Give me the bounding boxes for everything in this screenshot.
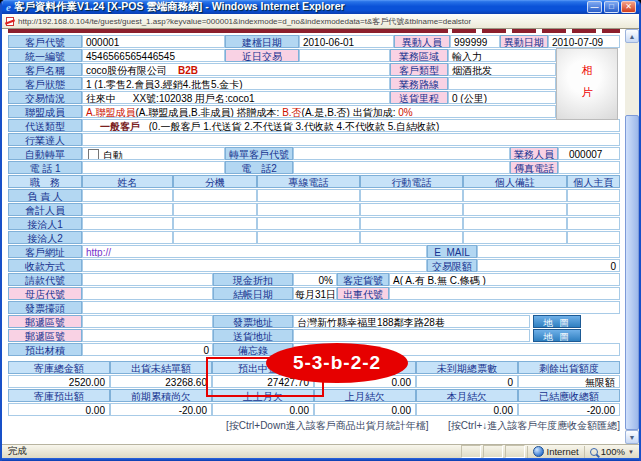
map-button-invoice[interactable]: 地 圖 xyxy=(533,315,581,328)
contact-input[interactable] xyxy=(567,189,620,202)
volume-input[interactable]: 0 xyxy=(82,343,213,356)
contact-input[interactable] xyxy=(257,231,360,244)
create-date-input[interactable]: 2010-06-01 xyxy=(299,35,394,48)
contact-input[interactable] xyxy=(463,217,567,230)
zip1-input[interactable] xyxy=(82,315,213,328)
customer-status-input[interactable]: 1 (1.零售2.會員3.經銷4.批售5.金卡) xyxy=(82,77,390,90)
alliance-input[interactable]: A.聯盟成員(A.聯盟成員,B.非成員) 搭贈成本: B.否(A.是,B.否) … xyxy=(82,105,556,118)
sales-person-label: 業務人員 xyxy=(510,147,558,160)
trade-condition-input[interactable]: 往來中 XX號:102038 用戶名:coco1 xyxy=(82,91,390,104)
b2b-badge: B2B xyxy=(178,65,198,76)
scroll-up-button[interactable]: ▲ xyxy=(625,29,639,43)
invoice-title-input[interactable] xyxy=(82,301,620,314)
contact-input[interactable] xyxy=(173,203,257,216)
contact-input[interactable] xyxy=(463,189,567,202)
trade-limit-input[interactable]: 0 xyxy=(477,259,620,272)
mileage-input[interactable]: 0 (公里) xyxy=(448,91,556,104)
closing-date-input[interactable]: 每月31日 xyxy=(293,287,337,300)
contacts-header-line: 專線電話 xyxy=(257,175,360,188)
contact-input[interactable] xyxy=(463,203,567,216)
delivery-type-input[interactable]: 一般客戶 (0.一般客戶 1.代送貨 2.不代送貨 3.代收款 4.不代收款 5… xyxy=(82,119,620,132)
minimize-button[interactable]: — xyxy=(587,1,602,13)
custom-item-no-input[interactable]: A( A.有 B.無 C.條碼 ) xyxy=(389,273,620,286)
industry-expert-input[interactable] xyxy=(82,133,620,146)
contact-input[interactable] xyxy=(567,203,620,216)
contact-input[interactable] xyxy=(257,189,360,202)
invoice-addr-input[interactable]: 台灣新竹縣幸福里188鄰李路28巷 xyxy=(293,315,530,328)
parent-store-input[interactable] xyxy=(82,287,213,300)
contact-row-owner: 負 責 人 xyxy=(8,189,620,202)
delivery-type-options: (0.一般客戶 1.代送貨 2.不代送貨 3.代收款 4.不代收款 5.自結收款… xyxy=(149,121,440,132)
map-button-shipping[interactable]: 地 圖 xyxy=(533,329,581,342)
zoom-control[interactable]: 100% ▼ xyxy=(584,446,639,458)
scroll-down-button[interactable]: ▼ xyxy=(625,430,639,444)
modify-date-input[interactable]: 2010-07-09 xyxy=(548,35,620,48)
close-button[interactable]: ✕ xyxy=(621,1,636,13)
contact-role-label: 會計人員 xyxy=(8,203,82,216)
contact-role-label: 接洽人1 xyxy=(8,217,82,230)
contact-input[interactable] xyxy=(82,203,173,216)
contact-row-liaison1: 接洽人1 xyxy=(8,217,620,230)
contact-input[interactable] xyxy=(173,217,257,230)
contact-input[interactable] xyxy=(360,189,463,202)
recent-trade-input[interactable] xyxy=(299,49,390,62)
contact-input[interactable] xyxy=(173,231,257,244)
fax-label: 傳真電話 xyxy=(510,161,558,174)
contact-input[interactable] xyxy=(82,217,173,230)
maximize-button[interactable]: □ xyxy=(604,1,619,13)
dispatch-code-label: 出車代號 xyxy=(337,287,389,300)
contact-input[interactable] xyxy=(463,231,567,244)
modifier-input[interactable]: 999999 xyxy=(450,35,500,48)
summary-header: 前期累積尚欠 xyxy=(110,389,212,402)
contact-input[interactable] xyxy=(360,203,463,216)
auto-checkbox[interactable] xyxy=(88,149,99,160)
billing-code-input[interactable] xyxy=(82,273,213,286)
annotation-label: 5-3-b-2-2 xyxy=(293,352,381,374)
zip2-input[interactable] xyxy=(82,329,213,342)
phone2-input[interactable] xyxy=(293,161,510,174)
customer-code-input[interactable]: 000001 xyxy=(82,35,225,48)
payment-input[interactable] xyxy=(82,259,427,272)
contact-input[interactable] xyxy=(360,217,463,230)
website-input[interactable]: http:// xyxy=(82,245,427,258)
dispatch-code-input[interactable] xyxy=(389,287,620,300)
email-input[interactable] xyxy=(477,245,620,258)
summary-value: 0 xyxy=(416,375,518,388)
zoom-caret-icon[interactable]: ▼ xyxy=(628,449,634,455)
row-customer-status: 客戶狀態 1 (1.零售2.會員3.經銷4.批售5.金卡) 業務路線 xyxy=(8,77,620,90)
contact-input[interactable] xyxy=(257,203,360,216)
sales-person-input[interactable]: 000007 xyxy=(558,147,620,160)
cash-discount-label: 現金折扣 xyxy=(213,273,293,286)
contact-role-label: 接洽人2 xyxy=(8,231,82,244)
security-zone: Internet xyxy=(527,446,584,458)
contact-input[interactable] xyxy=(257,217,360,230)
industry-expert-label: 行業達人 xyxy=(8,133,82,146)
customer-name-input[interactable]: coco股份有限公司 B2B xyxy=(82,63,390,76)
scrollbar-thumb[interactable] xyxy=(625,115,639,430)
contact-input[interactable] xyxy=(173,189,257,202)
transfer-code-input[interactable] xyxy=(293,147,510,160)
recent-trade-button[interactable]: 近日交易 xyxy=(225,49,299,62)
contact-input[interactable] xyxy=(567,231,620,244)
fax-input[interactable] xyxy=(558,161,620,174)
trade-condition-label: 交易情況 xyxy=(8,91,82,104)
contact-input[interactable] xyxy=(82,231,173,244)
footer-hint-1: [按Ctrl+Down進入該客戶商品出貨月統計年檔] xyxy=(226,420,429,431)
phone1-input[interactable] xyxy=(82,161,225,174)
customer-type-input[interactable]: 烟酒批发 xyxy=(448,63,556,76)
region-input[interactable]: 輸入力 xyxy=(448,49,556,62)
vertical-scrollbar[interactable]: ▲ ▼ xyxy=(625,29,639,444)
contacts-header-note: 個人備註 xyxy=(463,175,567,188)
biz-route-input[interactable] xyxy=(448,77,556,90)
url-text[interactable]: http://192.168.0.104/te/guest/guest_1.as… xyxy=(18,16,471,27)
contact-input[interactable] xyxy=(82,189,173,202)
region-label: 業務區域 xyxy=(390,49,448,62)
unified-no-input[interactable]: 4546566565446545 xyxy=(82,49,225,62)
magnifier-icon xyxy=(590,448,598,456)
contact-input[interactable] xyxy=(360,231,463,244)
cash-discount-input[interactable]: 0% xyxy=(293,273,337,286)
row-alliance: 聯盟成員 A.聯盟成員(A.聯盟成員,B.非成員) 搭贈成本: B.否(A.是,… xyxy=(8,105,620,118)
ship-addr-input[interactable] xyxy=(293,329,530,342)
contact-input[interactable] xyxy=(567,217,620,230)
delivery-type-value: 一般客戶 xyxy=(86,121,140,132)
